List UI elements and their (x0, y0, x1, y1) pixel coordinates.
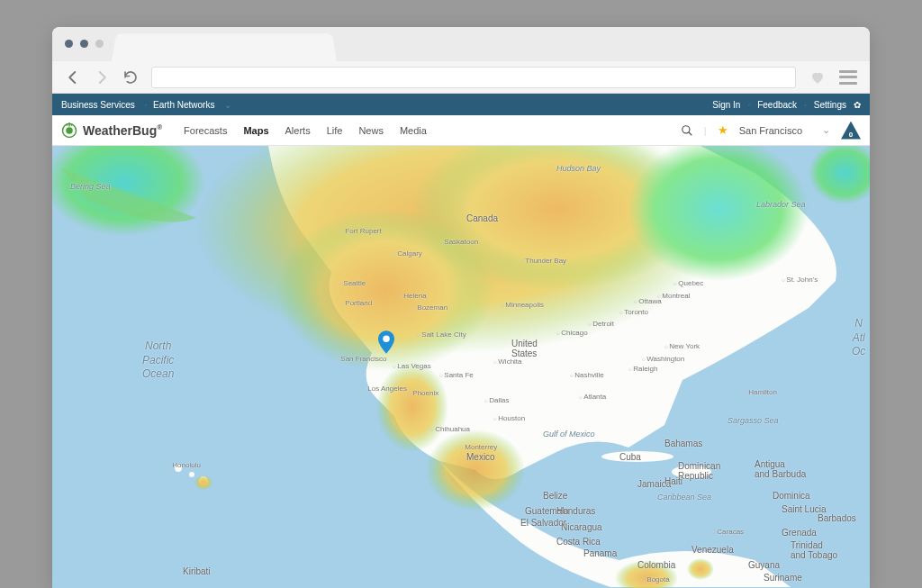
country-label: Venezuela (692, 545, 734, 555)
city-label: Washington (642, 355, 684, 363)
city-label: St. John's (782, 276, 818, 284)
city-label: Montreal (657, 292, 690, 300)
city-label: Fort Rupert (340, 227, 382, 235)
city-label: Caracas (712, 528, 744, 536)
country-label: UnitedStates (511, 339, 538, 358)
nav-news[interactable]: News (358, 125, 384, 136)
svg-point-19 (194, 475, 212, 490)
link-earth-networks[interactable]: Earth Networks (153, 100, 214, 110)
weather-map[interactable]: NorthPacificOceanNAtlOcBering SeaHudson … (52, 146, 870, 588)
brand-logo[interactable]: WeatherBug® (61, 122, 162, 139)
sea-label: Bering Sea (70, 182, 111, 191)
city-label: Quebec (673, 279, 703, 287)
city-label: Santa Fe (439, 371, 474, 379)
alert-badge[interactable]: 0 (841, 122, 861, 140)
country-label: Belize (543, 491, 567, 501)
svg-point-18 (376, 362, 448, 452)
country-label: Suriname (764, 573, 802, 583)
nav-media[interactable]: Media (400, 125, 427, 136)
svg-point-1 (66, 127, 73, 134)
map-canvas (52, 146, 870, 588)
browser-window: Business Services · Earth Networks ⌄ Sig… (52, 27, 870, 588)
country-label: Canada (466, 213, 498, 223)
city-label: Monterrey (460, 443, 497, 451)
city-label: Dallas (484, 396, 510, 404)
country-label: Guyana (748, 560, 780, 570)
city-label: Calgary (393, 249, 422, 258)
city-label: Bogotá (642, 575, 670, 583)
gear-icon[interactable]: ✿ (854, 100, 861, 110)
city-label: Portland (340, 299, 372, 307)
link-settings[interactable]: Settings (814, 100, 846, 110)
city-label: Salt Lake City (417, 330, 466, 339)
secondary-nav: Business Services · Earth Networks ⌄ Sig… (52, 94, 870, 115)
window-zoom-dot[interactable] (95, 40, 104, 48)
country-label: Antiguaand Barbuda (755, 459, 806, 479)
country-label: Dominica (773, 491, 810, 501)
browser-tab[interactable] (112, 33, 337, 61)
svg-point-22 (809, 146, 870, 204)
nav-forecasts[interactable]: Forecasts (184, 125, 227, 136)
search-icon[interactable] (681, 124, 693, 137)
ocean-label: NorthPacificOcean (142, 339, 174, 382)
city-label: Toronto (619, 308, 648, 316)
country-label: Trinidadand Tobago (791, 540, 837, 560)
country-label: DominicanRepublic (678, 461, 720, 481)
svg-point-10 (189, 472, 194, 477)
window-close-dot[interactable] (65, 40, 73, 48)
window-controls (65, 40, 104, 48)
svg-point-5 (682, 125, 690, 132)
browser-toolbar (52, 61, 870, 94)
country-label: Bahamas (664, 439, 702, 448)
sea-label: Hudson Bay (556, 164, 601, 173)
city-label: New York (664, 342, 700, 350)
star-icon[interactable]: ★ (718, 123, 728, 137)
svg-point-16 (52, 146, 205, 236)
heart-icon[interactable] (809, 69, 827, 86)
city-label: Chicago (556, 329, 588, 337)
address-bar[interactable] (151, 67, 796, 88)
nav-life[interactable]: Life (327, 125, 343, 136)
country-label: Panama (583, 548, 617, 558)
country-label: El Salvador (520, 518, 566, 528)
nav-maps[interactable]: Maps (243, 125, 268, 136)
country-label: Cuba (619, 452, 641, 462)
country-label: Costa Rica (556, 537, 601, 547)
city-label: Thunder Bay (520, 257, 566, 265)
city-label: Houston (493, 414, 525, 422)
menu-icon[interactable] (839, 70, 857, 85)
city-label: Hamilton (744, 388, 777, 396)
country-label: Grenada (782, 528, 817, 538)
browser-tabstrip (52, 27, 870, 61)
nav-alerts[interactable]: Alerts (285, 125, 311, 136)
back-icon[interactable] (65, 69, 81, 86)
city-label: Wichita (493, 357, 522, 366)
city-label: Bozeman (412, 303, 447, 312)
forward-icon[interactable] (94, 69, 110, 86)
location-pin-icon[interactable] (378, 330, 394, 354)
country-label: Barbados (818, 513, 856, 523)
chevron-down-icon[interactable]: ⌄ (822, 124, 830, 136)
city-label: Las Vegas (393, 362, 431, 370)
sea-label: Gulf of Mexico (543, 430, 595, 439)
country-label: Kiribati (183, 566, 211, 576)
country-label: Colombia (637, 560, 675, 570)
svg-line-6 (689, 131, 692, 135)
city-label: Minneapolis (501, 301, 544, 309)
svg-line-3 (67, 123, 68, 125)
city-label: Honolulu (167, 461, 201, 469)
city-label: Detroit (588, 320, 614, 328)
city-label: Helena (399, 292, 427, 300)
link-business-services[interactable]: Business Services (61, 100, 135, 110)
reload-icon[interactable] (122, 69, 139, 86)
svg-point-17 (426, 430, 525, 511)
location-selector[interactable]: San Francisco (739, 125, 802, 136)
svg-point-23 (383, 336, 390, 343)
city-label: Los Angeles (363, 384, 407, 393)
svg-line-4 (71, 123, 72, 125)
link-feedback[interactable]: Feedback (757, 100, 797, 110)
window-minimize-dot[interactable] (80, 40, 88, 48)
svg-point-21 (687, 558, 714, 580)
link-sign-in[interactable]: Sign In (712, 100, 740, 110)
brand-name: WeatherBug® (83, 123, 162, 138)
